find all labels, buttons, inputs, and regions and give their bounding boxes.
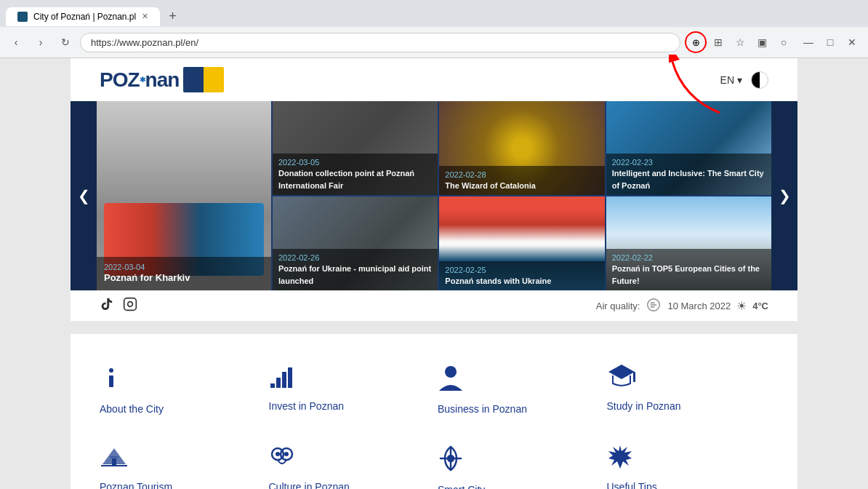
collections-button[interactable]: ▣ [752, 32, 772, 52]
chevron-right-icon: ❯ [779, 187, 791, 204]
grid-overlay-4: 2022-02-26 Poznań for Ukraine - municipa… [273, 249, 438, 290]
grid-overlay-2: 2022-02-28 The Wizard of Catalonia [439, 166, 604, 195]
grid-date-6: 2022-02-22 [612, 253, 765, 262]
translate-icon: ⊕ [692, 37, 700, 48]
invest-icon [269, 363, 295, 393]
quick-links-section: About the City Invest in Poznan [71, 334, 797, 489]
svg-point-4 [109, 368, 113, 373]
grid-overlay-6: 2022-02-22 Poznań in TOP5 European Citie… [606, 249, 771, 290]
grid-title-6: Poznań in TOP5 European Cities of the Fu… [612, 264, 760, 285]
quick-link-about[interactable]: About the City [100, 356, 262, 422]
quick-link-tips[interactable]: Useful Tips [607, 437, 769, 489]
tiktok-icon[interactable] [100, 297, 114, 315]
grid-overlay-1: 2022-03-05 Donation collection point at … [273, 154, 438, 195]
logo-flag [183, 67, 224, 92]
grid-title-3: Intelligent and Inclusive: The Smart Cit… [612, 169, 764, 189]
grid-title-4: Poznań for Ukraine - municipal aid point… [278, 264, 431, 285]
grid-item-1[interactable]: 2022-03-05 Donation collection point at … [273, 101, 438, 195]
flag-blue [183, 67, 204, 92]
main-news-title: Poznań for Kharkiv [104, 272, 190, 283]
quick-links-grid: About the City Invest in Poznan [100, 356, 768, 489]
browser-chrome: City of Poznań | Poznan.pl ✕ + ‹ › ↻ ⊕ [0, 0, 868, 58]
grid-title-2: The Wizard of Catalonia [445, 181, 536, 190]
grid-item-6[interactable]: 2022-02-22 Poznań in TOP5 European Citie… [606, 196, 771, 290]
favorites-button[interactable]: ☆ [730, 32, 750, 52]
quick-link-culture[interactable]: Culture in Poznan [269, 437, 431, 489]
profile-button[interactable]: ○ [773, 32, 794, 52]
grid-title-1: Donation collection point at Poznań Inte… [278, 169, 414, 189]
tourism-icon [100, 444, 129, 474]
quick-link-invest[interactable]: Invest in Poznan [269, 356, 431, 422]
lang-chevron-icon: ▾ [737, 74, 742, 86]
chevron-left-icon: ❮ [78, 187, 90, 204]
grid-title-5: Poznań stands with Ukraine [445, 277, 551, 285]
page-content: POZ ✱ nan EN ▾ ❮ [0, 58, 868, 489]
tab-close-button[interactable]: ✕ [142, 12, 148, 21]
logo-text: POZ [100, 68, 140, 92]
svg-rect-9 [288, 367, 292, 388]
quick-link-study[interactable]: Study in Poznan [607, 356, 769, 422]
carousel-prev-button[interactable]: ❮ [71, 101, 97, 290]
annotation-arrow [669, 55, 727, 122]
social-icons [100, 297, 137, 315]
grid-item-5[interactable]: 2022-02-25 Poznań stands with Ukraine [439, 196, 604, 290]
invest-label: Invest in Poznan [269, 400, 345, 412]
culture-icon [269, 444, 295, 474]
grid-item-2[interactable]: 2022-02-28 The Wizard of Catalonia [439, 101, 604, 195]
grid-overlay-5: 2022-02-25 Poznań stands with Ukraine [439, 261, 604, 290]
study-label: Study in Poznan [607, 400, 681, 412]
info-bar: Air quality: 10 March 2022 ☀ 4°C [71, 290, 797, 321]
sun-icon: ☀ [736, 299, 747, 313]
svg-point-14 [276, 452, 280, 456]
grid-date-4: 2022-02-26 [278, 253, 432, 262]
svg-rect-7 [276, 378, 281, 388]
about-label: About the City [100, 403, 164, 415]
forward-button[interactable]: › [31, 32, 51, 52]
extensions-button[interactable]: ⊞ [708, 32, 728, 52]
svg-point-10 [445, 366, 457, 378]
quick-link-tourism[interactable]: Poznan Tourism [100, 437, 262, 489]
smart-city-icon [438, 444, 464, 477]
flag-yellow [204, 67, 224, 92]
business-label: Business in Poznan [438, 403, 527, 415]
maximize-button[interactable]: □ [820, 32, 840, 52]
close-window-button[interactable]: ✕ [842, 32, 862, 52]
grid-date-3: 2022-02-23 [612, 158, 765, 167]
logo-nan: nan [145, 68, 180, 92]
grid-date-2: 2022-02-28 [445, 170, 598, 179]
main-carousel-overlay: 2022-03-04 Poznań for Kharkiv [97, 257, 271, 290]
grid-date-1: 2022-03-05 [278, 158, 432, 167]
svg-point-16 [284, 452, 289, 456]
svg-rect-1 [124, 298, 137, 311]
logo-area[interactable]: POZ ✱ nan [100, 67, 224, 92]
contrast-button[interactable] [751, 71, 768, 89]
weather-date: 10 March 2022 [667, 301, 731, 311]
study-icon [607, 363, 636, 393]
carousel-main-item[interactable]: 2022-03-04 Poznań for Kharkiv [97, 101, 271, 290]
translate-button[interactable]: ⊕ [685, 31, 707, 53]
new-tab-button[interactable]: + [163, 6, 182, 27]
weather-info: Air quality: 10 March 2022 ☀ 4°C [596, 297, 768, 315]
address-bar[interactable] [80, 33, 680, 52]
svg-rect-8 [282, 372, 286, 388]
svg-rect-11 [633, 372, 635, 382]
refresh-button[interactable]: ↻ [55, 32, 76, 52]
carousel-next-button[interactable]: ❯ [771, 101, 797, 290]
carousel-grid: 2022-03-05 Donation collection point at … [273, 101, 771, 290]
tourism-label: Poznan Tourism [100, 481, 172, 489]
quick-link-smart-city[interactable]: Smart City [438, 437, 600, 489]
instagram-icon[interactable] [123, 297, 137, 315]
browser-tab-active[interactable]: City of Poznań | Poznan.pl ✕ [6, 7, 160, 26]
grid-item-4[interactable]: 2022-02-26 Poznań for Ukraine - municipa… [273, 196, 438, 290]
tips-label: Useful Tips [607, 481, 657, 489]
grid-date-5: 2022-02-25 [445, 266, 598, 274]
tips-icon [607, 444, 633, 474]
quick-link-business[interactable]: Business in Poznan [438, 356, 600, 422]
main-news-date: 2022-03-04 [104, 263, 264, 271]
about-icon [100, 363, 123, 396]
carousel-main: 2022-03-04 Poznań for Kharkiv 2022-03-05… [97, 101, 771, 290]
minimize-button[interactable]: — [798, 32, 819, 52]
back-button[interactable]: ‹ [6, 32, 26, 52]
svg-rect-6 [270, 383, 275, 388]
header-right: EN ▾ [720, 71, 768, 89]
